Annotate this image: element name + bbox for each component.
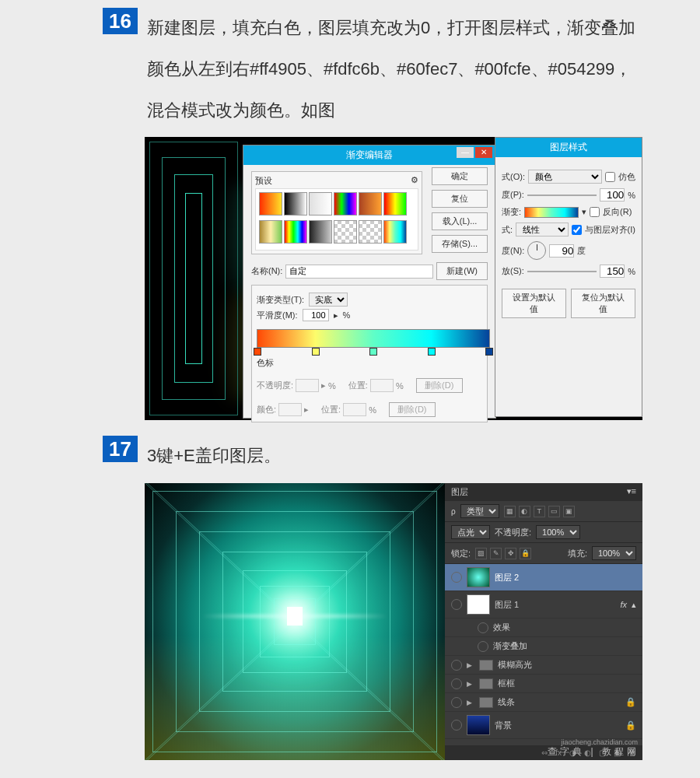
visibility-icon[interactable] [478,641,488,652]
lock-label: 锁定: [451,548,471,559]
smoothness-input[interactable] [303,309,329,321]
gradient-type-select[interactable]: 实底 [309,293,348,307]
preset-swatches[interactable] [255,188,418,251]
filter-pixel-icon[interactable]: ▦ [504,506,516,517]
presets-label: 预设 ⚙ [255,175,418,187]
new-button[interactable]: 新建(W) [436,262,488,280]
reset-button[interactable]: 复位 [432,190,488,208]
step-16-figure: 渐变编辑器 — ✕ 预设 ⚙ [145,137,642,420]
load-button[interactable]: 载入(L)... [432,212,488,230]
visibility-icon[interactable] [451,697,462,708]
layer-style-dialog: 图层样式 式(O): 颜色 仿色 度(P): % [495,137,642,417]
lock-pos-icon[interactable]: ✥ [505,548,516,559]
layer-style-title: 图层样式 [495,138,642,157]
step-16-text: 新建图层，填充白色，图层填充改为0，打开图层样式，渐变叠加颜色从左到右#ff49… [147,8,645,131]
visibility-icon[interactable] [451,720,462,731]
make-default-button[interactable]: 设置为默认值 [502,289,566,318]
link-icon[interactable]: ⇔ [541,748,548,757]
layers-tab[interactable]: 图层 [451,486,468,498]
reverse-checkbox[interactable] [590,207,600,217]
delete-opacity-button[interactable]: 删除(D) [416,378,463,393]
scale-label: 放(S): [502,265,524,277]
visibility-icon[interactable] [451,599,462,610]
fill-select[interactable]: 100% [592,546,636,560]
blend-mode-select[interactable]: 颜色 [528,170,602,184]
canvas-preview [145,483,445,760]
layers-panel: 图层 ▾≡ ρ 类型 ▦ ◐ T ▭ ▣ 点光 不透明度: [445,483,642,760]
fx-sub-row[interactable]: 效果 [445,619,642,637]
fx-badge[interactable]: fx [620,600,627,609]
name-input[interactable] [285,265,433,279]
gradient-editor-title-text: 渐变编辑器 [346,149,393,160]
layer-name: 背景 [495,720,512,731]
gradient-preview[interactable] [524,207,579,218]
step-number-17: 17 [103,436,138,462]
reset-default-button[interactable]: 复位为默认值 [571,289,635,318]
layer-group-row[interactable]: ▶ 线条 🔒 [445,693,642,712]
layer-thumbnail[interactable] [467,715,490,735]
step-number-16: 16 [103,8,138,34]
visibility-icon[interactable] [451,572,462,583]
filter-type-icon[interactable]: T [534,506,545,517]
layer-opacity-label: 不透明度: [495,527,531,538]
filter-shape-icon[interactable]: ▭ [548,506,560,517]
lock-trans-icon[interactable]: ▨ [475,548,487,559]
layer-opacity-select[interactable]: 100% [536,525,580,539]
opacity-input[interactable] [600,188,625,202]
lock-paint-icon[interactable]: ✎ [490,548,502,559]
gear-icon[interactable]: ⚙ [411,175,418,185]
panel-menu-icon[interactable]: ▾≡ [627,486,636,498]
opacity-label: 度(P): [502,189,524,201]
fx-sub-row[interactable]: 渐变叠加 [445,637,642,656]
gradient-bar[interactable] [257,329,490,348]
folder-icon [479,697,493,708]
stops-label: 色标 [257,357,482,369]
lock-icon: 🔒 [625,720,636,731]
blend-mode-label: 式(O): [502,171,525,183]
filter-kind-select[interactable]: 类型 [460,504,499,518]
folder-icon [479,678,493,689]
filter-smart-icon[interactable]: ▣ [563,506,575,517]
ok-button[interactable]: 确定 [432,167,488,185]
minimize-button[interactable]: — [457,147,474,158]
layer-group-row[interactable]: ▶ 框框 [445,675,642,693]
layer-group-row[interactable]: ▶ 模糊高光 [445,656,642,675]
style-select[interactable]: 线性 [516,223,569,237]
filter-adjust-icon[interactable]: ◐ [519,506,530,517]
lock-all-icon[interactable]: 🔒 [520,548,531,559]
layer-row[interactable]: 背景 🔒 [445,712,642,739]
smoothness-label: 平滑度(M): [257,310,298,321]
name-label: 名称(N): [251,265,282,277]
gradient-editor-dialog: 渐变编辑器 — ✕ 预设 ⚙ [243,145,496,419]
opacity-slider[interactable] [527,192,597,198]
step-17-text: 3键+E盖印图层。 [147,436,281,477]
gradient-type-label: 渐变类型(T): [257,294,304,306]
style-label: 式: [502,224,513,236]
close-button[interactable]: ✕ [475,147,492,158]
lock-icon: 🔒 [625,697,636,707]
fill-label: 填充: [568,548,587,559]
visibility-icon[interactable] [478,622,488,633]
angle-input[interactable] [549,244,574,258]
layer-name: 图层 1 [495,599,519,611]
save-button[interactable]: 存储(S)... [432,235,488,253]
layer-thumbnail[interactable] [467,567,490,587]
gradient-editor-title: 渐变编辑器 — ✕ [243,145,495,165]
angle-label: 度(N): [502,245,524,257]
folder-icon [479,660,493,671]
visibility-icon[interactable] [451,660,462,671]
visibility-icon[interactable] [451,678,462,689]
watermark-url: jiaocheng.chazidian.com [561,738,638,746]
dither-checkbox[interactable] [605,172,615,182]
scale-slider[interactable] [527,268,597,275]
layer-row-active[interactable]: 图层 2 [445,564,642,591]
delete-color-button[interactable]: 删除(D) [389,402,436,417]
blend-mode-select[interactable]: 点光 [451,525,490,539]
align-checkbox[interactable] [572,225,582,235]
gradient-label: 渐变: [502,206,521,218]
scale-input[interactable] [600,265,625,278]
layer-name: 图层 2 [495,572,519,584]
angle-dial[interactable] [527,241,546,260]
layer-thumbnail[interactable] [467,594,490,615]
layer-row[interactable]: 图层 1 fx▴ [445,591,642,619]
